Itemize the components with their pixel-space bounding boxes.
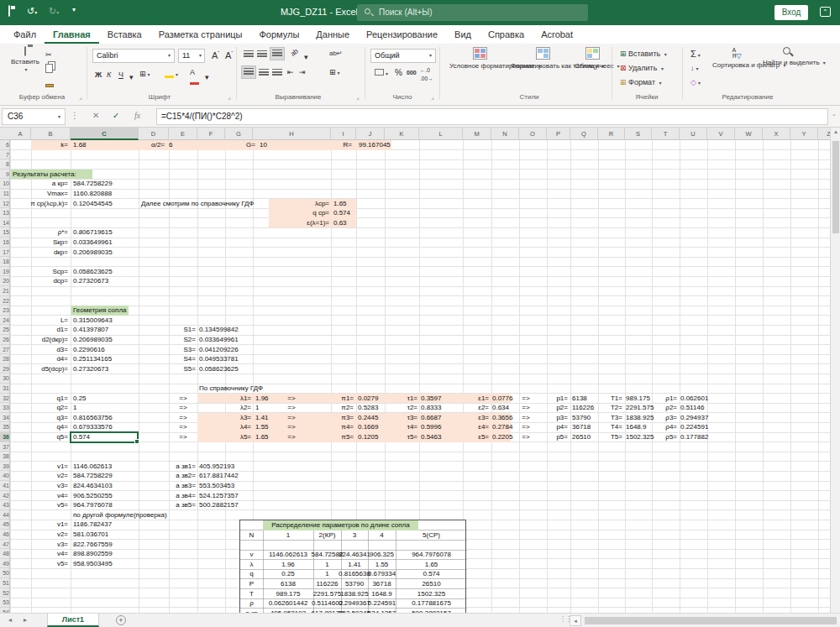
cell[interactable]: 1186.782437 bbox=[73, 520, 112, 530]
cell[interactable]: ε(λ=1)= bbox=[220, 218, 329, 228]
row-header-22[interactable]: 22 bbox=[0, 296, 9, 306]
cell[interactable]: 0.062601 bbox=[680, 394, 708, 404]
row-header-51[interactable]: 51 bbox=[0, 578, 9, 588]
column-header-A[interactable]: A bbox=[10, 128, 31, 140]
row-header-40[interactable]: 40 bbox=[0, 471, 9, 481]
cell[interactable]: 524.1257357 bbox=[199, 491, 239, 501]
cell[interactable]: 0.058623625 bbox=[199, 364, 239, 374]
row-header-42[interactable]: 42 bbox=[0, 491, 9, 501]
table-cell[interactable]: 1648.9 bbox=[354, 589, 411, 599]
cell[interactable]: v3= bbox=[0, 481, 68, 491]
cell[interactable]: λ2= bbox=[142, 403, 251, 413]
cell[interactable]: ρ1= bbox=[568, 394, 677, 404]
ribbon-display-options-icon[interactable] bbox=[820, 7, 831, 17]
search-input[interactable]: Поиск (Alt+Ы) bbox=[357, 4, 588, 21]
cell[interactable]: Результаты расчета: bbox=[13, 170, 76, 180]
row-header-12[interactable]: 12 bbox=[0, 199, 9, 209]
row-header-28[interactable]: 28 bbox=[0, 354, 9, 364]
row-header-49[interactable]: 49 bbox=[0, 559, 9, 569]
alignment-dialog-launcher[interactable]: ⌟ bbox=[356, 93, 360, 101]
cell[interactable]: а зв1= bbox=[87, 462, 196, 472]
row-header-50[interactable]: 50 bbox=[0, 568, 9, 578]
cell[interactable]: 0.120454545 bbox=[73, 199, 113, 209]
row-header-15[interactable]: 15 bbox=[0, 227, 9, 238]
cell[interactable]: 0.574 bbox=[333, 208, 350, 218]
paste-button[interactable]: Вставить▾ bbox=[8, 47, 42, 74]
name-box-splitter[interactable]: ⋮ bbox=[71, 111, 78, 120]
font-dialog-launcher[interactable]: ⌟ bbox=[228, 93, 231, 101]
column-header-E[interactable]: E bbox=[169, 128, 197, 140]
underline-caret-icon[interactable]: ▾ bbox=[129, 73, 134, 81]
accounting-format-button[interactable]: ▾ bbox=[375, 69, 388, 77]
cell[interactable]: λ5= bbox=[142, 432, 251, 442]
row-header-20[interactable]: 20 bbox=[0, 276, 9, 286]
cell[interactable]: 0.041209226 bbox=[199, 345, 239, 355]
horizontal-scroll-thumb[interactable] bbox=[585, 617, 837, 624]
table-cell[interactable]: 36718 bbox=[354, 579, 411, 589]
cell[interactable]: 405.952193 bbox=[199, 462, 234, 472]
cell[interactable]: 0.816563756 bbox=[73, 413, 113, 423]
ribbon-tab-0[interactable]: Файл bbox=[5, 25, 45, 44]
customize-quick-access-icon[interactable]: ▾ bbox=[72, 6, 76, 13]
cell[interactable]: d5(dср)= bbox=[0, 364, 68, 374]
cell[interactable]: ρ*= bbox=[0, 227, 68, 238]
find-select-button[interactable]: Найти и выделить ▾ bbox=[763, 47, 810, 67]
next-sheet-icon[interactable]: ▸ bbox=[24, 616, 27, 624]
orientation-icon[interactable]: ab bbox=[289, 47, 300, 58]
row-header-6[interactable]: 6 bbox=[0, 140, 9, 150]
table-cell[interactable]: 1502.325 bbox=[403, 589, 460, 599]
row-header-14[interactable]: 14 bbox=[0, 218, 9, 228]
cell[interactable]: По справочнику ГДФ bbox=[199, 384, 263, 394]
row-header-30[interactable]: 30 bbox=[0, 374, 9, 384]
row-header-34[interactable]: 34 bbox=[0, 413, 9, 423]
prev-sheet-icon[interactable]: ◂ bbox=[8, 616, 12, 624]
vertical-scroll-thumb[interactable] bbox=[832, 141, 839, 233]
row-header-26[interactable]: 26 bbox=[0, 335, 9, 345]
insert-function-icon[interactable]: fx bbox=[134, 111, 140, 120]
decrease-font-icon[interactable]: Аˇ bbox=[225, 50, 233, 60]
row-header-45[interactable]: 45 bbox=[0, 520, 9, 530]
cell[interactable]: ρ3= bbox=[568, 413, 677, 423]
table-cell[interactable]: 964.7976078 bbox=[403, 550, 460, 560]
increase-decimal-icon[interactable]: ←.0 bbox=[420, 67, 430, 73]
bold-button[interactable]: Ж bbox=[95, 71, 102, 79]
format-as-table-button[interactable]: Форматировать как таблицу ▾ bbox=[511, 47, 575, 71]
cell[interactable]: 553.503453 bbox=[199, 481, 234, 491]
cell[interactable]: а зв4= bbox=[87, 491, 196, 501]
column-header-C[interactable]: C bbox=[71, 128, 139, 140]
fill-color-button[interactable]: ▾ bbox=[165, 70, 178, 78]
align-middle-icon[interactable] bbox=[257, 50, 267, 59]
column-header-W[interactable]: W bbox=[735, 128, 763, 140]
cell[interactable]: 958.9503495 bbox=[73, 559, 113, 569]
row-header-39[interactable]: 39 bbox=[0, 462, 9, 472]
table-cell[interactable]: 0.224591 bbox=[354, 598, 411, 609]
row-header-11[interactable]: 11 bbox=[0, 189, 9, 199]
cell[interactable]: S5= bbox=[87, 364, 196, 374]
cell[interactable]: 0.51146 bbox=[680, 403, 704, 413]
cell[interactable]: v1= bbox=[0, 520, 68, 530]
row-header-47[interactable]: 47 bbox=[0, 540, 9, 550]
cell[interactable]: 581.036701 bbox=[73, 530, 108, 540]
row-header-10[interactable]: 10 bbox=[0, 179, 9, 189]
align-right-icon[interactable] bbox=[272, 69, 282, 77]
cell[interactable]: 898.8902559 bbox=[73, 549, 113, 559]
scroll-left-icon[interactable]: ◂ bbox=[570, 615, 581, 626]
cell-styles-button[interactable]: Стили ячеек ▾ bbox=[575, 47, 610, 71]
wrap-text-button[interactable]: ab↵ bbox=[329, 50, 343, 57]
autosum-button[interactable]: Σ▾ bbox=[690, 49, 701, 59]
cell[interactable]: q ср= bbox=[220, 208, 329, 218]
font-color-caret-icon[interactable]: ▾ bbox=[205, 73, 209, 81]
cell[interactable]: ρ5= bbox=[568, 432, 677, 442]
column-header-I[interactable]: I bbox=[331, 128, 356, 140]
column-header-L[interactable]: L bbox=[419, 128, 463, 140]
cell[interactable]: λ1= bbox=[142, 394, 251, 404]
row-header-21[interactable]: 21 bbox=[0, 286, 9, 296]
align-top-icon[interactable] bbox=[244, 50, 254, 59]
ribbon-tab-9[interactable]: Acrobat bbox=[533, 25, 581, 44]
cell[interactable]: G= bbox=[146, 140, 255, 150]
table-cell[interactable]: 906.325 bbox=[354, 550, 411, 560]
row-header-8[interactable]: 8 bbox=[0, 159, 9, 170]
underline-button[interactable]: Ч bbox=[118, 71, 123, 79]
format-cells-button[interactable]: ⊞ Формат ▾ bbox=[620, 78, 662, 86]
cell[interactable]: 0.033649961 bbox=[199, 335, 239, 345]
